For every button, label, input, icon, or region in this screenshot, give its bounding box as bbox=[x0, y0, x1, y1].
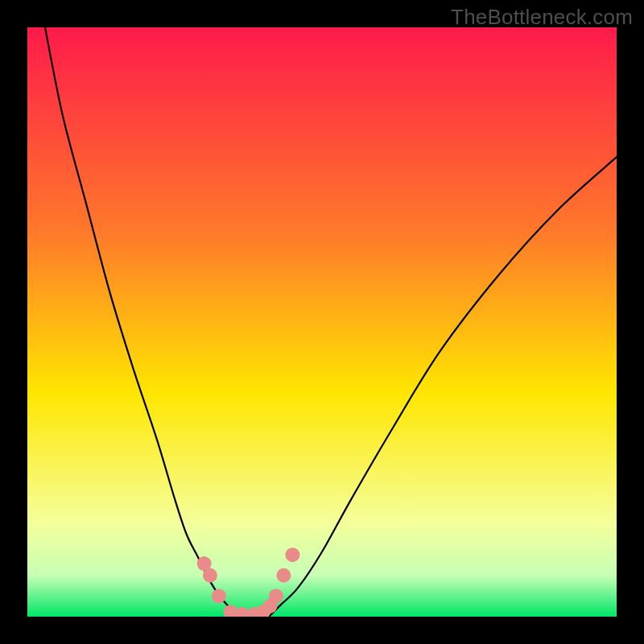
data-marker bbox=[269, 588, 283, 603]
bottleneck-chart bbox=[27, 27, 617, 617]
watermark-text: TheBottleneck.com bbox=[451, 5, 633, 30]
data-marker bbox=[203, 568, 217, 583]
data-marker bbox=[212, 588, 226, 603]
data-marker bbox=[276, 568, 291, 583]
gradient-background bbox=[27, 27, 617, 617]
data-marker bbox=[285, 547, 299, 562]
chart-frame: TheBottleneck.com bbox=[0, 0, 644, 644]
